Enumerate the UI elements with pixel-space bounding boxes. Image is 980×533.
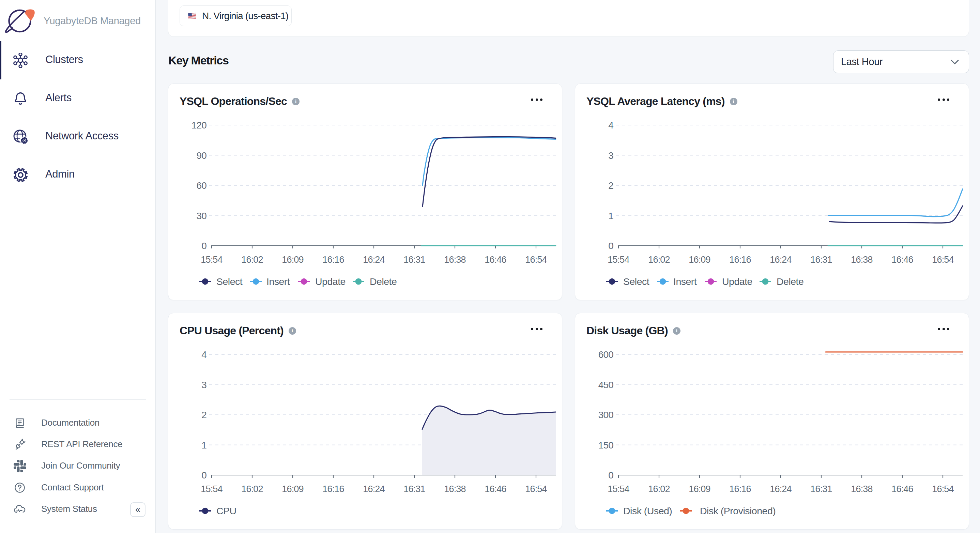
svg-text:16:54: 16:54	[525, 255, 547, 265]
svg-text:16:31: 16:31	[403, 484, 425, 494]
svg-text:16:02: 16:02	[648, 484, 670, 494]
svg-text:3: 3	[608, 150, 613, 161]
svg-text:16:16: 16:16	[322, 484, 344, 494]
svg-text:30: 30	[196, 211, 207, 221]
svg-text:Select: Select	[623, 276, 649, 287]
svg-text:16:46: 16:46	[485, 484, 506, 494]
svg-text:Insert: Insert	[266, 276, 290, 287]
svg-text:16:16: 16:16	[322, 255, 344, 265]
svg-text:15:54: 15:54	[201, 255, 223, 265]
svg-text:3: 3	[201, 380, 207, 390]
svg-text:15:54: 15:54	[608, 484, 629, 494]
svg-text:0: 0	[201, 470, 207, 480]
svg-text:0: 0	[608, 470, 613, 480]
svg-text:0: 0	[201, 240, 207, 251]
svg-text:CPU: CPU	[216, 505, 237, 516]
svg-text:16:24: 16:24	[770, 484, 792, 494]
svg-text:16:38: 16:38	[851, 484, 873, 494]
svg-text:16:38: 16:38	[444, 255, 466, 265]
svg-text:Update: Update	[722, 276, 752, 287]
svg-text:16:31: 16:31	[403, 255, 425, 265]
svg-text:60: 60	[196, 180, 207, 191]
svg-text:Disk (Used): Disk (Used)	[623, 505, 672, 516]
svg-text:16:02: 16:02	[241, 484, 263, 494]
svg-text:90: 90	[196, 150, 207, 161]
svg-text:Insert: Insert	[673, 276, 697, 287]
svg-text:Delete: Delete	[370, 276, 397, 287]
svg-text:4: 4	[608, 120, 613, 130]
svg-text:16:31: 16:31	[810, 255, 832, 265]
svg-text:16:54: 16:54	[525, 484, 547, 494]
svg-text:16:54: 16:54	[932, 255, 954, 265]
svg-text:1: 1	[608, 211, 613, 221]
svg-text:16:16: 16:16	[729, 255, 751, 265]
svg-text:2: 2	[608, 180, 613, 191]
svg-text:2: 2	[201, 410, 207, 420]
svg-text:600: 600	[598, 349, 614, 360]
svg-text:300: 300	[598, 410, 614, 420]
svg-text:16:24: 16:24	[770, 255, 792, 265]
svg-text:Delete: Delete	[776, 276, 803, 287]
svg-text:16:31: 16:31	[810, 484, 832, 494]
svg-text:4: 4	[201, 349, 207, 360]
svg-text:16:09: 16:09	[282, 484, 304, 494]
svg-text:120: 120	[191, 120, 207, 130]
svg-text:16:46: 16:46	[485, 255, 506, 265]
svg-text:16:38: 16:38	[444, 484, 466, 494]
svg-text:150: 150	[598, 440, 614, 450]
svg-text:Update: Update	[315, 276, 345, 287]
svg-text:16:02: 16:02	[648, 255, 670, 265]
svg-text:16:38: 16:38	[851, 255, 873, 265]
svg-text:15:54: 15:54	[608, 255, 629, 265]
svg-text:Disk (Provisioned): Disk (Provisioned)	[700, 505, 776, 516]
svg-text:16:46: 16:46	[891, 255, 913, 265]
svg-text:16:24: 16:24	[363, 484, 385, 494]
svg-text:16:02: 16:02	[241, 255, 263, 265]
svg-text:15:54: 15:54	[201, 484, 223, 494]
svg-text:16:54: 16:54	[932, 484, 954, 494]
svg-text:16:46: 16:46	[891, 484, 913, 494]
svg-text:450: 450	[598, 380, 614, 390]
svg-text:16:24: 16:24	[363, 255, 385, 265]
svg-text:16:16: 16:16	[729, 484, 751, 494]
svg-text:16:09: 16:09	[282, 255, 304, 265]
svg-text:16:09: 16:09	[689, 255, 711, 265]
svg-text:Select: Select	[216, 276, 243, 287]
svg-text:16:09: 16:09	[689, 484, 711, 494]
svg-text:0: 0	[608, 240, 613, 251]
svg-text:1: 1	[201, 440, 207, 450]
